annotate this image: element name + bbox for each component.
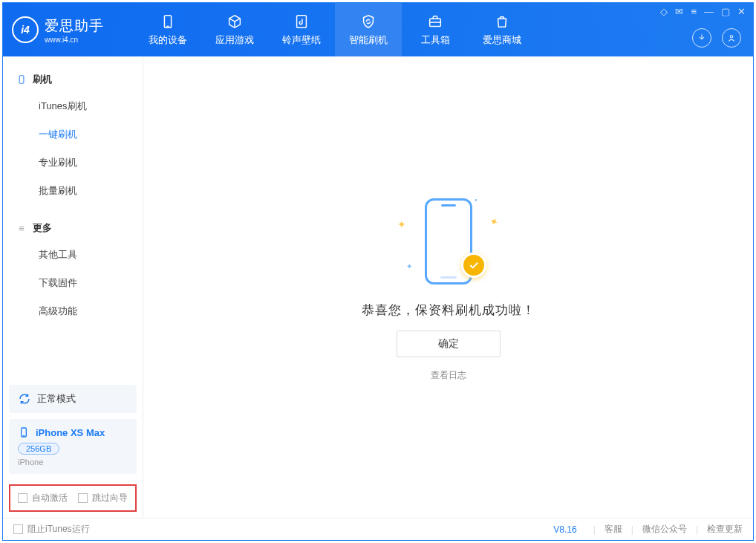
sidebar-item-download-firmware[interactable]: 下载固件 [3,269,143,297]
device-mode-label: 正常模式 [37,392,76,406]
main-nav: 我的设备 应用游戏 铃声壁纸 智能刷机 [134,3,535,56]
check-update-link[interactable]: 检查更新 [707,523,743,536]
sidebar-group-label: 刷机 [33,73,52,86]
sidebar-item-label: 其他工具 [39,249,77,260]
version-label: V8.16 [553,524,576,535]
sidebar-item-label: 高级功能 [39,305,77,316]
nav-store[interactable]: 爱思商城 [469,3,535,56]
menu-small-icon: ≡ [16,223,27,233]
customer-support-link[interactable]: 客服 [605,523,622,536]
logo-area: i4 爱思助手 www.i4.cn [12,16,134,44]
app-window: i4 爱思助手 www.i4.cn 我的设备 应用游戏 [2,2,754,541]
close-button[interactable]: ✕ [737,6,746,17]
user-account-button[interactable] [722,28,741,48]
device-capacity-badge: 256GB [18,443,59,455]
device-small-icon [16,74,27,85]
sidebar-item-label: 下载固件 [39,277,77,288]
sidebar-item-other-tools[interactable]: 其他工具 [3,241,143,269]
brand-url: www.i4.cn [45,36,104,44]
sidebar-item-advanced[interactable]: 高级功能 [3,297,143,325]
sidebar-group-more: ≡ 更多 [3,215,143,241]
minimize-button[interactable]: — [704,6,714,17]
sparkle-icon: ✦ [487,214,500,228]
nav-label: 爱思商城 [483,33,521,47]
sidebar-item-onekey-flash[interactable]: 一键刷机 [3,120,143,149]
shopping-bag-icon [493,13,511,30]
music-note-icon [293,13,310,30]
nav-label: 智能刷机 [349,33,388,47]
sidebar-list-flash: iTunes刷机 一键刷机 专业刷机 批量刷机 [3,92,143,205]
svg-rect-2 [297,16,307,28]
auto-activate-checkbox[interactable]: 自动激活 [18,492,68,504]
cube-icon [226,13,244,30]
nav-smart-flash[interactable]: 智能刷机 [335,3,402,56]
device-info-panel[interactable]: iPhone XS Max 256GB iPhone [9,419,137,474]
nav-label: 铃声壁纸 [282,33,321,47]
flash-options-row: 自动激活 跳过向导 [9,484,137,512]
sparkle-icon: ✦ [397,218,406,230]
skip-guide-checkbox[interactable]: 跳过向导 [78,492,128,504]
phone-icon [159,13,177,30]
view-log-link[interactable]: 查看日志 [431,369,466,382]
sidebar-group-label: 更多 [33,221,52,235]
sidebar-scroll: 刷机 iTunes刷机 一键刷机 专业刷机 批量刷机 ≡ 更多 其他工具 下载固… [3,56,143,379]
device-panels: 正常模式 iPhone XS Max 256GB iPhone [3,379,143,480]
success-message: 恭喜您，保资料刷机成功啦！ [362,302,535,319]
sidebar-item-label: 专业刷机 [39,157,77,168]
brand-name: 爱思助手 [45,16,104,36]
device-type: iPhone [18,458,128,466]
nav-my-device[interactable]: 我的设备 [134,3,201,56]
sidebar-list-more: 其他工具 下载固件 高级功能 [3,241,143,325]
sidebar-item-label: iTunes刷机 [39,100,87,111]
checkbox-icon [18,493,27,503]
menu-icon[interactable]: ≡ [691,6,697,17]
wechat-link[interactable]: 微信公众号 [642,523,687,536]
success-check-icon [461,253,486,278]
checkbox-icon [13,524,23,534]
sidebar-item-batch-flash[interactable]: 批量刷机 [3,177,143,205]
sidebar-item-label: 一键刷机 [39,129,77,140]
nav-label: 我的设备 [149,33,187,47]
nav-apps-games[interactable]: 应用游戏 [201,3,268,56]
svg-rect-5 [19,76,24,84]
sidebar: 刷机 iTunes刷机 一键刷机 专业刷机 批量刷机 ≡ 更多 其他工具 下载固… [3,56,143,518]
svg-point-4 [730,36,733,39]
success-illustration: ✦ ✦ ✦ ● [393,193,504,290]
app-logo-icon: i4 [12,16,39,43]
maximize-button[interactable]: ▢ [721,6,730,17]
main-content: ✦ ✦ ✦ ● 恭喜您，保资料刷机成功啦！ 确定 查看日志 [143,56,753,518]
briefcase-icon [426,13,444,30]
body: 刷机 iTunes刷机 一键刷机 专业刷机 批量刷机 ≡ 更多 其他工具 下载固… [3,56,753,518]
dot-icon: ● [475,198,478,202]
checkbox-label: 阻止iTunes运行 [27,523,90,536]
nav-toolbox[interactable]: 工具箱 [402,3,469,56]
sidebar-item-itunes-flash[interactable]: iTunes刷机 [3,92,143,120]
status-bar: 阻止iTunes运行 V8.16 | 客服 | 微信公众号 | 检查更新 [3,518,753,540]
skin-icon[interactable]: ◇ [660,6,668,17]
header: i4 爱思助手 www.i4.cn 我的设备 应用游戏 [3,3,753,56]
checkbox-icon [78,493,88,503]
titlebar-controls: ◇ ✉ ≡ — ▢ ✕ [660,6,746,17]
sidebar-item-pro-flash[interactable]: 专业刷机 [3,149,143,177]
checkbox-label: 跳过向导 [92,492,128,504]
ok-button[interactable]: 确定 [397,331,501,357]
sparkle-icon: ✦ [406,262,412,270]
nav-ringtones-wallpapers[interactable]: 铃声壁纸 [268,3,335,56]
sidebar-item-label: 批量刷机 [39,185,77,196]
device-name: iPhone XS Max [36,427,105,438]
download-button[interactable] [692,28,711,48]
stop-itunes-checkbox[interactable]: 阻止iTunes运行 [13,523,90,536]
checkbox-label: 自动激活 [32,492,68,504]
phone-small-icon [18,426,30,438]
refresh-shield-icon [359,13,377,30]
nav-label: 应用游戏 [215,33,254,47]
header-right-actions [692,28,741,48]
sidebar-group-flash: 刷机 [3,67,143,92]
brand-text: 爱思助手 www.i4.cn [45,16,104,44]
device-mode-panel[interactable]: 正常模式 [9,385,137,413]
nav-label: 工具箱 [421,33,450,47]
sync-icon [18,392,31,406]
feedback-icon[interactable]: ✉ [675,6,683,17]
